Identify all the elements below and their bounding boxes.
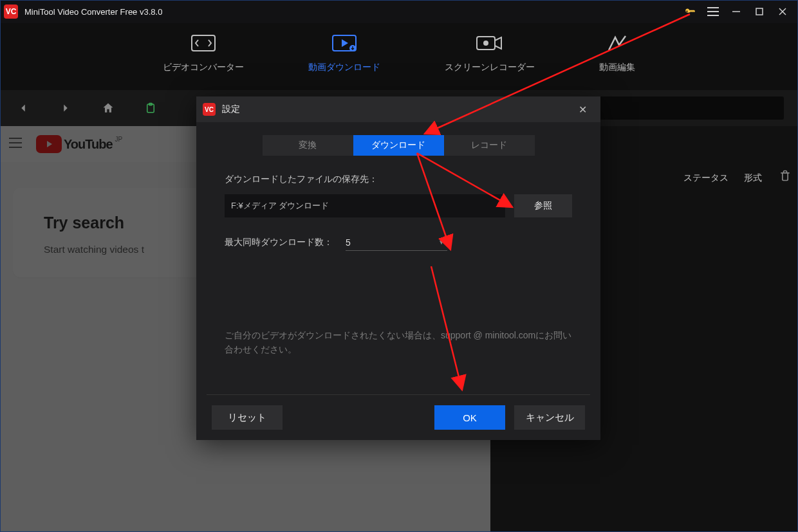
trash-icon[interactable] <box>779 169 792 185</box>
svg-rect-4 <box>756 8 763 15</box>
maximize-icon[interactable] <box>748 0 771 23</box>
tab-download[interactable]: ダウンロード <box>353 135 444 156</box>
dialog-titlebar: VC 設定 ✕ <box>196 96 600 122</box>
column-status: ステータス <box>683 172 728 184</box>
hamburger-icon[interactable] <box>701 0 725 23</box>
key-icon[interactable] <box>678 0 701 23</box>
download-icon <box>330 33 358 53</box>
cancel-button[interactable]: キャンセル <box>514 405 585 430</box>
dialog-title: 設定 <box>222 104 571 115</box>
back-button[interactable] <box>14 99 32 117</box>
dialog-app-icon: VC <box>203 103 216 116</box>
window-title: MiniTool Video Converter Free v3.8.0 <box>24 7 162 17</box>
tab-record[interactable]: レコード <box>444 135 535 156</box>
svg-marker-9 <box>342 39 348 47</box>
nav-screen-recorder[interactable]: スクリーンレコーダー <box>445 33 535 90</box>
dialog-body: ダウンロードしたファイルの保存先： 参照 最大同時ダウンロード数： 5 ▼ ご自… <box>196 156 600 357</box>
column-format: 形式 <box>744 172 762 184</box>
converter-icon <box>189 33 218 53</box>
clipboard-button[interactable] <box>142 99 160 117</box>
nav-label: ビデオコンバーター <box>163 62 244 73</box>
max-downloads-value: 5 <box>346 237 351 248</box>
main-nav: ビデオコンバーター 動画ダウンロード スクリーンレコーダー 動画編集 <box>0 23 798 90</box>
edit-icon <box>603 33 631 53</box>
dialog-divider <box>207 394 590 395</box>
tab-convert[interactable]: 変換 <box>263 135 353 156</box>
svg-point-12 <box>483 41 488 46</box>
support-note: ご自分のビデオがダウンロードされたくない場合は、support @ minito… <box>225 328 572 357</box>
forward-button[interactable] <box>57 99 75 117</box>
chevron-down-icon: ▼ <box>438 239 445 246</box>
reset-button[interactable]: リセット <box>212 405 283 430</box>
close-icon[interactable] <box>771 0 794 23</box>
max-downloads-label: 最大同時ダウンロード数： <box>225 237 333 248</box>
recorder-icon <box>476 33 504 53</box>
nav-label: 動画編集 <box>599 62 635 73</box>
nav-video-edit[interactable]: 動画編集 <box>599 33 635 90</box>
nav-label: 動画ダウンロード <box>308 62 380 73</box>
dialog-tabs: 変換 ダウンロード レコード <box>196 135 600 156</box>
minimize-icon[interactable] <box>725 0 748 23</box>
app-icon: VC <box>4 5 18 19</box>
title-bar: VC MiniTool Video Converter Free v3.8.0 <box>0 0 798 23</box>
save-path-input[interactable] <box>225 194 505 217</box>
ok-button[interactable]: OK <box>434 405 505 430</box>
nav-label: スクリーンレコーダー <box>445 62 535 73</box>
dialog-footer: リセット OK キャンセル <box>196 405 600 430</box>
nav-video-converter[interactable]: ビデオコンバーター <box>163 33 244 90</box>
max-downloads-select[interactable]: 5 ▼ <box>346 234 447 251</box>
settings-dialog: VC 設定 ✕ 変換 ダウンロード レコード ダウンロードしたファイルの保存先：… <box>196 96 600 440</box>
save-location-label: ダウンロードしたファイルの保存先： <box>225 174 572 185</box>
browse-button[interactable]: 参照 <box>514 194 572 217</box>
dialog-close-icon[interactable]: ✕ <box>571 98 594 121</box>
nav-video-download[interactable]: 動画ダウンロード <box>308 33 380 90</box>
home-button[interactable] <box>99 99 117 117</box>
